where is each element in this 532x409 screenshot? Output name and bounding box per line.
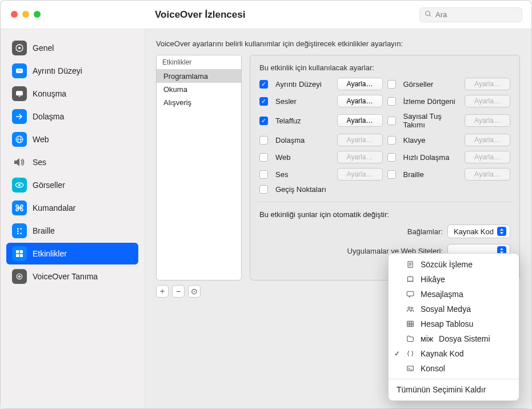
menu-separator bbox=[389, 379, 519, 379]
titlebar: VoiceOver İzlencesi bbox=[1, 1, 531, 29]
option-checkbox-numpad[interactable] bbox=[387, 117, 396, 125]
sidebar-item-label: Dolaşma bbox=[33, 112, 64, 121]
configure-button-visuals: Ayarla… bbox=[465, 78, 510, 90]
option-checkbox-sound[interactable] bbox=[259, 170, 268, 179]
option-checkbox-verbosity[interactable] bbox=[259, 80, 268, 89]
document-icon bbox=[406, 260, 415, 268]
option-checkbox-keyboard[interactable] bbox=[387, 136, 396, 145]
sidebar-item-activities[interactable]: Etkinlikler bbox=[6, 243, 138, 264]
menu-item-story[interactable]: Hikâye bbox=[389, 272, 519, 287]
activities-panel: Etkinlikler Programlama Okuma Alışveriş … bbox=[156, 55, 242, 298]
option-checkbox-tracking-rect[interactable] bbox=[387, 97, 396, 106]
activity-actions-button[interactable]: ⊙ bbox=[188, 285, 201, 298]
svg-point-13 bbox=[18, 184, 21, 186]
option-checkbox-braille[interactable] bbox=[387, 170, 396, 179]
svg-rect-19 bbox=[16, 250, 19, 253]
contexts-popup[interactable]: Kaynak Kod bbox=[447, 224, 510, 238]
chevron-updown-icon bbox=[497, 227, 506, 236]
menu-item-deselect-all[interactable]: Tümünün Seçimini Kaldır bbox=[389, 382, 519, 397]
svg-rect-22 bbox=[20, 254, 23, 257]
menu-item-label: Konsol bbox=[421, 364, 445, 373]
option-checkbox-hotspots[interactable] bbox=[259, 185, 268, 194]
search-icon bbox=[425, 10, 432, 19]
configure-button-navigation: Ayarla… bbox=[337, 134, 383, 146]
sidebar-item-sound[interactable]: Ses bbox=[6, 151, 138, 173]
sidebar-item-speech[interactable]: Konuşma bbox=[6, 83, 138, 105]
configure-button-sounds[interactable]: Ayarla… bbox=[337, 95, 383, 107]
configure-button-pronunciation[interactable]: Ayarla… bbox=[337, 114, 383, 127]
option-checkbox-sounds[interactable] bbox=[259, 97, 268, 106]
option-checkbox-web[interactable] bbox=[259, 153, 268, 162]
activities-list[interactable]: Etkinlikler Programlama Okuma Alışveriş bbox=[156, 55, 242, 280]
zoom-icon[interactable] bbox=[34, 11, 41, 18]
svg-rect-20 bbox=[20, 250, 23, 253]
menu-item-label: Tümünün Seçimini Kaldır bbox=[397, 385, 486, 394]
configure-button-keyboard: Ayarla… bbox=[465, 134, 510, 146]
sidebar-item-label: Kumandalar bbox=[33, 203, 76, 212]
sidebar-item-braille[interactable]: Braille bbox=[6, 220, 138, 242]
activity-row[interactable]: Okuma bbox=[157, 83, 241, 96]
menu-item-spreadsheet[interactable]: Hesap Tablosu bbox=[389, 316, 519, 331]
sidebar-item-commanders[interactable]: Kumandalar bbox=[6, 197, 138, 219]
menu-item-social-media[interactable]: Sosyal Medya bbox=[389, 302, 519, 316]
general-icon bbox=[12, 41, 27, 55]
sidebar-item-vo-recognition[interactable]: VoiceOver Tanıma bbox=[6, 266, 138, 287]
menu-item-label: Sosyal Medya bbox=[421, 304, 471, 314]
option-label: Braille bbox=[403, 170, 461, 179]
svg-point-0 bbox=[426, 11, 430, 15]
option-checkbox-visuals[interactable] bbox=[387, 80, 396, 89]
menu-item-file-system[interactable]: між Dosya Sistemi bbox=[389, 331, 519, 346]
folder-icon bbox=[406, 335, 415, 343]
activity-row[interactable]: Alışveriş bbox=[157, 96, 241, 109]
option-label: Geçiş Noktaları bbox=[275, 185, 333, 194]
svg-point-18 bbox=[20, 232, 22, 234]
braille-icon bbox=[12, 223, 27, 238]
vo-recognition-icon bbox=[12, 269, 27, 284]
menu-item-label: Dosya Sistemi bbox=[439, 334, 490, 343]
configure-button-sound: Ayarla… bbox=[337, 168, 383, 181]
sidebar-item-navigation[interactable]: Dolaşma bbox=[6, 106, 138, 127]
activities-icon bbox=[12, 246, 27, 261]
sidebar-item-web[interactable]: Web bbox=[6, 129, 138, 150]
sidebar-item-label: Web bbox=[33, 135, 49, 144]
sidebar-item-label: Görseller bbox=[33, 181, 65, 190]
sidebar-item-verbosity[interactable]: Ayrıntı Düzeyi bbox=[6, 60, 138, 82]
menu-item-messaging[interactable]: Mesajlaşma bbox=[389, 287, 519, 302]
option-checkbox-quicknav[interactable] bbox=[387, 153, 396, 162]
remove-activity-button[interactable]: − bbox=[172, 285, 185, 298]
configure-button-tracking-rect: Ayarla… bbox=[465, 95, 510, 107]
menu-item-label: Sözcük İşleme bbox=[421, 260, 473, 269]
configure-button-verbosity[interactable]: Ayarla… bbox=[337, 78, 383, 90]
window-title: VoiceOver İzlencesi bbox=[155, 9, 245, 21]
contexts-label: Bağlamlar: bbox=[407, 227, 443, 236]
voiceover-utility-window: VoiceOver İzlencesi Genel Ayrıntı Düzeyi… bbox=[0, 0, 532, 409]
sidebar-item-general[interactable]: Genel bbox=[6, 37, 138, 59]
search-input[interactable] bbox=[435, 10, 517, 19]
sidebar-item-label: Ses bbox=[33, 158, 46, 167]
menu-item-source-code[interactable]: ✓ Kaynak Kod bbox=[389, 346, 519, 361]
sound-icon bbox=[12, 155, 27, 170]
settings-grid: Ayrıntı Düzeyi Ayarla… Görseller Ayarla…… bbox=[259, 78, 510, 194]
menu-item-console[interactable]: Konsol bbox=[389, 361, 519, 376]
activity-row[interactable]: Programlama bbox=[157, 70, 241, 83]
option-checkbox-pronunciation[interactable] bbox=[259, 117, 268, 125]
terminal-icon bbox=[406, 364, 415, 372]
add-activity-button[interactable]: ＋ bbox=[156, 285, 169, 298]
minimize-icon[interactable] bbox=[22, 11, 29, 18]
page-description: VoiceOver ayarlarını belirli kullanımlar… bbox=[156, 39, 520, 48]
svg-point-24 bbox=[19, 276, 21, 278]
svg-point-6 bbox=[19, 70, 20, 71]
menu-item-word-processing[interactable]: Sözcük İşleme bbox=[389, 257, 519, 272]
table-icon bbox=[406, 320, 415, 328]
svg-point-14 bbox=[17, 228, 19, 230]
contexts-menu[interactable]: Sözcük İşleme Hikâye Mesajlaşma Sosyal M… bbox=[388, 253, 519, 401]
minus-icon: − bbox=[176, 287, 181, 296]
svg-point-7 bbox=[21, 70, 22, 71]
option-checkbox-navigation[interactable] bbox=[259, 136, 268, 145]
option-label: Ses bbox=[275, 170, 333, 179]
sidebar-item-visuals[interactable]: Görseller bbox=[6, 174, 138, 196]
speech-icon bbox=[12, 86, 27, 101]
settings-title: Bu etkinlik için kullanılacak ayarlar: bbox=[259, 63, 510, 72]
search-field[interactable] bbox=[419, 7, 522, 22]
close-icon[interactable] bbox=[11, 11, 18, 18]
